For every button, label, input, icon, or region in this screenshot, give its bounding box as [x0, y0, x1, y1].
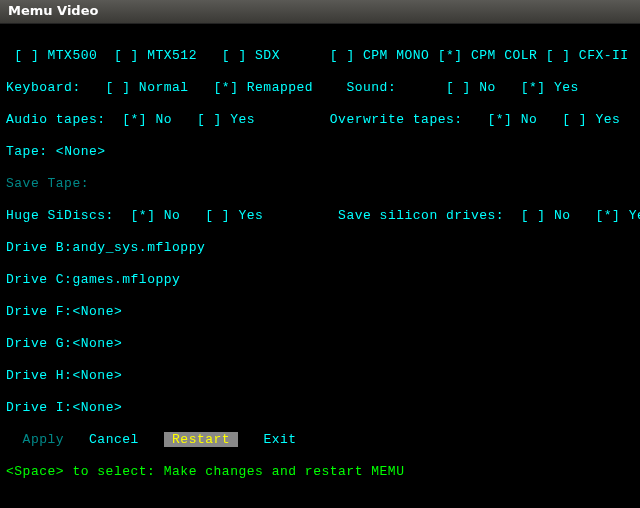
- label-savesilicon: Save silicon drives:: [263, 208, 504, 223]
- opt-kb-remapped[interactable]: [*] Remapped: [189, 80, 314, 95]
- opt-kb-normal[interactable]: [ ] Normal: [81, 80, 189, 95]
- opt-sound-no[interactable]: [ ] No: [396, 80, 496, 95]
- opt-cpmcolr[interactable]: [*] CPM COLR: [429, 48, 537, 63]
- opt-sdx[interactable]: [ ] SDX: [197, 48, 280, 63]
- opt-ow-yes[interactable]: [ ] Yes: [537, 112, 620, 127]
- opt-audio-yes[interactable]: [ ] Yes: [172, 112, 255, 127]
- label-drive-h: Drive H:: [6, 368, 72, 383]
- hint-key: <Space>: [6, 464, 64, 479]
- label-savetape: Save Tape:: [6, 176, 89, 191]
- opt-ow-no[interactable]: [*] No: [463, 112, 538, 127]
- value-drive-i[interactable]: <None>: [72, 400, 122, 415]
- opt-mtx500[interactable]: [ ] MTX500: [6, 48, 97, 63]
- value-drive-b[interactable]: andy_sys.mfloppy: [72, 240, 205, 255]
- value-drive-c[interactable]: games.mfloppy: [72, 272, 180, 287]
- label-drive-g: Drive G:: [6, 336, 72, 351]
- action-restart[interactable]: Restart: [139, 432, 239, 447]
- value-drive-f[interactable]: <None>: [72, 304, 122, 319]
- opt-cfx2[interactable]: [ ] CFX-II: [537, 48, 628, 63]
- opt-ss-yes[interactable]: [*] Yes: [571, 208, 640, 223]
- value-tape[interactable]: <None>: [48, 144, 106, 159]
- label-tape: Tape:: [6, 144, 48, 159]
- opt-huge-no[interactable]: [*] No: [114, 208, 180, 223]
- opt-cpmmono[interactable]: [ ] CPM MONO: [280, 48, 429, 63]
- action-cancel[interactable]: Cancel: [64, 432, 139, 447]
- opt-sound-yes[interactable]: [*] Yes: [496, 80, 579, 95]
- action-apply: Apply: [6, 432, 64, 447]
- opt-huge-yes[interactable]: [ ] Yes: [180, 208, 263, 223]
- opt-audio-no[interactable]: [*] No: [106, 112, 172, 127]
- hint-text: to select: Make changes and restart MEMU: [64, 464, 404, 479]
- window-title: Memu Video: [8, 3, 98, 18]
- label-audio: Audio tapes:: [6, 112, 106, 127]
- window-titlebar: Memu Video: [0, 0, 640, 24]
- emulator-screen: [ ] MTX500 [ ] MTX512 [ ] SDX [ ] CPM MO…: [0, 24, 640, 504]
- label-sound: Sound:: [313, 80, 396, 95]
- label-drive-c: Drive C:: [6, 272, 72, 287]
- label-overwrite: Overwrite tapes:: [255, 112, 463, 127]
- label-keyboard: Keyboard:: [6, 80, 81, 95]
- label-drive-i: Drive I:: [6, 400, 72, 415]
- label-drive-f: Drive F:: [6, 304, 72, 319]
- label-drive-b: Drive B:: [6, 240, 72, 255]
- opt-ss-no[interactable]: [ ] No: [504, 208, 570, 223]
- action-exit[interactable]: Exit: [238, 432, 296, 447]
- label-huge: Huge SiDiscs:: [6, 208, 114, 223]
- value-drive-g[interactable]: <None>: [72, 336, 122, 351]
- value-drive-h[interactable]: <None>: [72, 368, 122, 383]
- opt-mtx512[interactable]: [ ] MTX512: [97, 48, 197, 63]
